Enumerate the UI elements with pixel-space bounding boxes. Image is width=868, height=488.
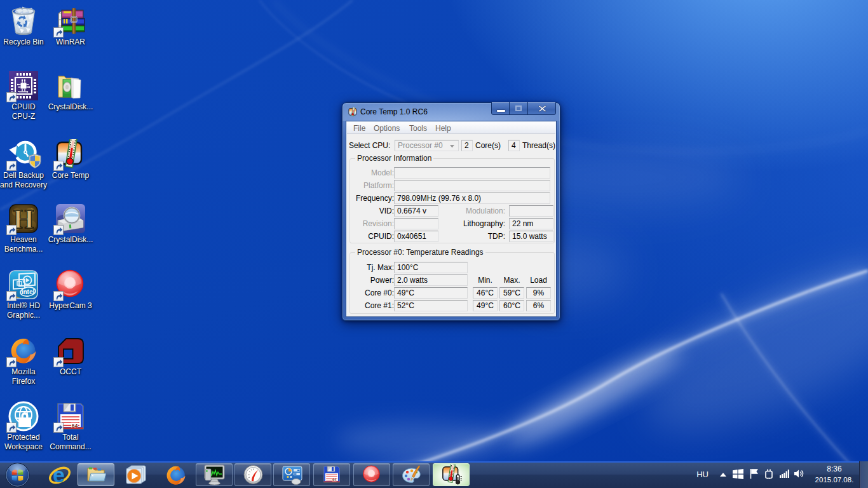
svg-text:intel: intel [22, 288, 35, 295]
svg-text:e: e [53, 463, 65, 487]
